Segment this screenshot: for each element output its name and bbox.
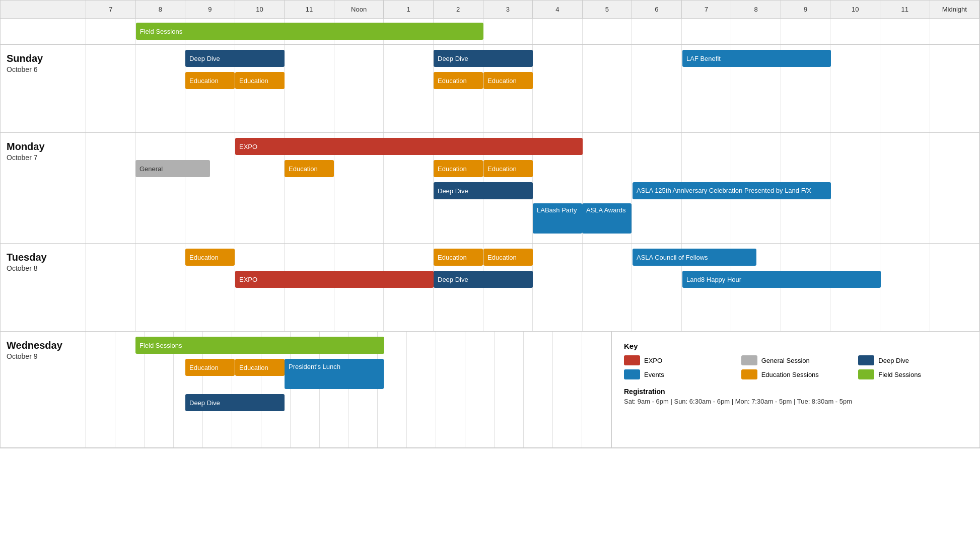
time-2: 2: [434, 1, 483, 18]
time-noon: Noon: [334, 1, 384, 18]
key-education: Education Sessions: [741, 369, 851, 379]
tuesday-edu2-event[interactable]: Education: [434, 249, 483, 266]
wednesday-name: Wednesday: [7, 340, 80, 351]
key-events-label: Events: [644, 371, 664, 378]
time-header: 7 8 9 10 11 Noon 1 2 3 4 5 6 7 8 9 10 11…: [1, 1, 979, 19]
key-deepdive-swatch: [858, 355, 874, 365]
key-general: General Session: [741, 355, 851, 365]
time-8: 8: [136, 1, 186, 18]
time-9pm: 9: [781, 1, 831, 18]
time-11: 11: [285, 1, 334, 18]
monday-edu2-event[interactable]: Education: [434, 160, 483, 177]
wednesday-grid: Field Sessions Education Education Presi…: [86, 332, 612, 447]
field-sessions-top-row: Field Sessions: [1, 19, 979, 45]
key-deepdive-label: Deep Dive: [878, 357, 909, 364]
wednesday-presidents-event[interactable]: President's Lunch: [285, 359, 384, 389]
key-deepdive: Deep Dive: [858, 355, 967, 365]
monday-name: Monday: [7, 141, 80, 152]
tuesday-council-event[interactable]: ASLA Council of Fellows: [633, 249, 756, 266]
sunday-name: Sunday: [7, 53, 80, 64]
wednesday-field-event[interactable]: Field Sessions: [135, 337, 384, 354]
sunday-label: Sunday October 6: [1, 45, 86, 132]
key-education-label: Education Sessions: [761, 371, 819, 378]
monday-deepdive-event[interactable]: Deep Dive: [434, 182, 533, 199]
time-9: 9: [185, 1, 235, 18]
sunday-edu3-event[interactable]: Education: [434, 72, 483, 89]
tuesday-deepdive-event[interactable]: Deep Dive: [434, 271, 533, 288]
time-4: 4: [533, 1, 583, 18]
time-1: 1: [384, 1, 434, 18]
monday-anniversary-event[interactable]: ASLA 125th Anniversary Celebration Prese…: [633, 182, 831, 199]
key-title: Key: [624, 342, 967, 350]
time-8pm: 8: [731, 1, 781, 18]
sunday-row: Sunday October 6 Deep Dive Education: [1, 45, 979, 133]
monday-edu3-event[interactable]: Education: [483, 160, 533, 177]
time-10: 10: [235, 1, 285, 18]
time-5: 5: [583, 1, 633, 18]
monday-general-event[interactable]: General: [135, 160, 210, 177]
calendar-container: 7 8 9 10 11 Noon 1 2 3 4 5 6 7 8 9 10 11…: [0, 0, 980, 448]
bottom-section: Wednesday October 9 Field Sessions Educa…: [1, 332, 979, 448]
key-expo-swatch: [624, 355, 640, 365]
time-3: 3: [483, 1, 533, 18]
monday-row: Monday October 7 EXPO General Educat: [1, 133, 979, 244]
wednesday-date: October 9: [7, 352, 80, 360]
header-label-col: [1, 1, 86, 18]
monday-label: Monday October 7: [1, 133, 86, 243]
key-field: Field Sessions: [858, 369, 967, 379]
time-6: 6: [632, 1, 682, 18]
key-general-swatch: [741, 355, 757, 365]
key-expo: EXPO: [624, 355, 733, 365]
monday-grid: EXPO General Education Education Educati…: [86, 133, 979, 243]
time-11pm: 11: [880, 1, 930, 18]
key-expo-label: EXPO: [644, 357, 662, 364]
monday-asla-awards-event[interactable]: ASLA Awards: [582, 203, 632, 234]
wednesday-edu2-event[interactable]: Education: [235, 359, 285, 376]
tuesday-land8-event[interactable]: Land8 Happy Hour: [682, 271, 881, 288]
monday-labash-event[interactable]: LABash Party: [533, 203, 582, 234]
key-education-swatch: [741, 369, 757, 379]
tuesday-expo-event[interactable]: EXPO: [235, 271, 434, 288]
sunday-deepdive2-event[interactable]: Deep Dive: [434, 50, 533, 67]
time-7pm: 7: [682, 1, 732, 18]
time-slots-row: 7 8 9 10 11 Noon 1 2 3 4 5 6 7 8 9 10 11…: [86, 1, 979, 18]
sunday-laf-event[interactable]: LAF Benefit: [682, 50, 831, 67]
field-sessions-top-event[interactable]: Field Sessions: [136, 23, 483, 40]
sunday-edu1-event[interactable]: Education: [185, 72, 235, 89]
sunday-deepdive1-event[interactable]: Deep Dive: [185, 50, 285, 67]
tuesday-name: Tuesday: [7, 252, 80, 263]
registration-title: Registration: [624, 388, 967, 396]
key-field-swatch: [858, 369, 874, 379]
monday-date: October 7: [7, 153, 80, 162]
time-midnight: Midnight: [930, 1, 980, 18]
sunday-edu4-event[interactable]: Education: [483, 72, 533, 89]
wednesday-deepdive-event[interactable]: Deep Dive: [185, 394, 285, 411]
tuesday-edu3-event[interactable]: Education: [483, 249, 533, 266]
registration-text: Sat: 9am - 6pm | Sun: 6:30am - 6pm | Mon…: [624, 398, 967, 405]
tuesday-grid: Education Education Education EXPO Deep …: [86, 244, 979, 331]
wednesday-edu1-event[interactable]: Education: [185, 359, 235, 376]
wednesday-label: Wednesday October 9: [1, 332, 86, 447]
sunday-edu2-event[interactable]: Education: [235, 72, 285, 89]
monday-edu1-event[interactable]: Education: [285, 160, 334, 177]
tuesday-label: Tuesday October 8: [1, 244, 86, 331]
monday-expo-event[interactable]: EXPO: [235, 138, 583, 155]
tuesday-edu1-event[interactable]: Education: [185, 249, 235, 266]
time-10pm: 10: [830, 1, 880, 18]
tuesday-row: Tuesday October 8 Education Education: [1, 244, 979, 332]
sunday-date: October 6: [7, 65, 80, 73]
time-7: 7: [86, 1, 136, 18]
key-grid: EXPO General Session Deep Dive Events: [624, 355, 967, 379]
key-general-label: General Session: [761, 357, 810, 364]
sunday-grid: Deep Dive Education Education Deep Dive …: [86, 45, 979, 132]
key-field-label: Field Sessions: [878, 371, 921, 378]
key-events-swatch: [624, 369, 640, 379]
key-panel: Key EXPO General Session Deep Dive: [612, 332, 979, 447]
key-events: Events: [624, 369, 733, 379]
tuesday-date: October 8: [7, 264, 80, 272]
